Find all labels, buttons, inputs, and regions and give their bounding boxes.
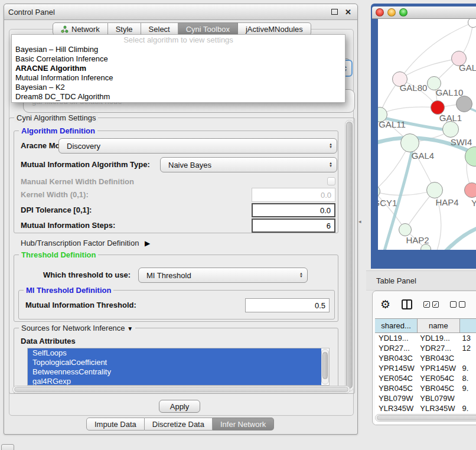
- tab-label: Infer Network: [220, 418, 266, 431]
- node-label-hap4: HAP4: [435, 197, 458, 207]
- window-title: Control Panel: [4, 8, 331, 17]
- aracne-mode-combo[interactable]: Discovery ▲▼: [58, 138, 337, 154]
- table-rows: YDL19...YDL19...13YDR27...YDR27...12YBR0…: [375, 333, 476, 423]
- node-label-gal80: GAL80: [400, 83, 428, 93]
- tab-label: Network: [71, 23, 100, 35]
- tab-label: Impute Data: [94, 418, 136, 431]
- gear-icon[interactable]: ⚙: [380, 298, 390, 311]
- splitter-collapse-icon[interactable]: ◂: [358, 219, 361, 224]
- algorithm-option-bayesian-k2[interactable]: Bayesian – K2: [12, 83, 345, 92]
- tab-select[interactable]: Select: [141, 22, 178, 35]
- deselect-all-rows-icon[interactable]: [450, 301, 465, 308]
- network-node[interactable]: [400, 133, 419, 152]
- mi-threshold-label: Mutual Information Threshold:: [25, 298, 136, 312]
- algorithm-option-aracne-algorithm[interactable]: ARACNE Algorithm: [12, 64, 345, 73]
- network-canvas[interactable]: GALGAL80GAL10GAL1GAL11GAL4SWI4GCY1HAP4YH…: [378, 19, 476, 250]
- network-view-window[interactable]: GALGAL80GAL10GAL1GAL11GAL4SWI4GCY1HAP4YH…: [371, 4, 476, 269]
- table-row[interactable]: YDL19...YDL19...13: [375, 333, 476, 343]
- attribute-item-betweennesscentrality[interactable]: BetweennessCentrality: [28, 367, 321, 377]
- checked-checkbox-icon: ✓: [423, 301, 430, 308]
- column-header-shared[interactable]: shared...: [375, 319, 418, 332]
- table-row[interactable]: YER054CYER054C8.: [375, 373, 476, 383]
- unchecked-checkbox-icon: [450, 301, 457, 308]
- sources-group-title[interactable]: Sources for Network Inference ▼: [19, 324, 135, 332]
- control-panel-titlebar[interactable]: Control Panel ✕: [4, 4, 357, 20]
- float-window-icon[interactable]: [331, 9, 338, 15]
- tab-discretize-data[interactable]: Discretize Data: [145, 418, 213, 431]
- tab-infer-network[interactable]: Infer Network: [213, 418, 274, 431]
- algorithm-option-dream8-dc-tdc-algorithm[interactable]: Dream8 DC_TDC Algorithm: [12, 92, 345, 102]
- network-node[interactable]: [468, 19, 476, 28]
- tab-network[interactable]: Network: [53, 22, 108, 35]
- select-all-rows-icon[interactable]: ✓ ✓: [423, 301, 439, 308]
- table-hscrollbar[interactable]: [375, 414, 476, 422]
- attribute-item-gal4rgexp[interactable]: gal4RGexp: [28, 377, 321, 386]
- network-window-titlebar[interactable]: [372, 6, 476, 19]
- table-cell: 9.: [460, 384, 476, 393]
- close-traffic-light-icon[interactable]: [376, 8, 384, 17]
- apply-button-label: Apply: [170, 402, 190, 411]
- column-header-name[interactable]: name: [418, 319, 459, 332]
- close-window-icon[interactable]: ✕: [345, 8, 351, 17]
- column-header-col2[interactable]: [460, 319, 476, 332]
- table-row[interactable]: YLR345WYLR345W9.: [375, 403, 476, 413]
- algorithm-popup-placeholder: Select algorithm to view settings: [12, 35, 345, 45]
- table-row[interactable]: YBR045CYBR045C9.: [375, 383, 476, 393]
- split-columns-icon[interactable]: [402, 299, 412, 309]
- kernel-width-field[interactable]: 0.0: [252, 188, 335, 202]
- table-row[interactable]: YBR043CYBR043C: [375, 353, 476, 363]
- manual-kernel-checkbox[interactable]: [327, 177, 335, 185]
- settings-scrollbar-thumb[interactable]: [346, 122, 353, 389]
- zoom-traffic-light-icon[interactable]: [399, 8, 407, 17]
- node-label-gal10: GAL10: [436, 87, 464, 97]
- network-node[interactable]: [426, 182, 443, 198]
- settings-hscrollbar[interactable]: [12, 386, 350, 393]
- table-hscrollbar-thumb[interactable]: [377, 415, 476, 420]
- combo-arrows-icon: ▲▼: [325, 143, 337, 149]
- table-cell: YPR145W: [418, 364, 459, 373]
- tab-label: Discretize Data: [152, 418, 204, 431]
- attributes-list-scrollbar[interactable]: [321, 349, 329, 384]
- network-node[interactable]: [456, 96, 472, 112]
- minimize-traffic-light-icon[interactable]: [387, 8, 396, 17]
- table-row[interactable]: YDR27...YDR27...12: [375, 343, 476, 353]
- tab-label: Cyni Toolbox: [186, 23, 230, 35]
- mi-threshold-field[interactable]: 0.5: [245, 298, 330, 312]
- apply-button[interactable]: Apply: [159, 400, 200, 413]
- attribute-item-topologicalcoefficient[interactable]: TopologicalCoefficient: [28, 358, 321, 367]
- settings-hscrollbar-thumb[interactable]: [14, 387, 348, 392]
- tab-cyni-toolbox[interactable]: Cyni Toolbox: [178, 22, 238, 35]
- data-attributes-list[interactable]: SelfLoopsTopologicalCoefficientBetweenne…: [27, 348, 330, 386]
- attribute-item-selfloops[interactable]: SelfLoops: [28, 348, 321, 358]
- table-row[interactable]: YBL079WYBL079W: [375, 393, 476, 403]
- table-cell: YBR045C: [418, 384, 459, 393]
- mi-steps-field[interactable]: 6: [252, 219, 335, 233]
- checked-checkbox-icon: ✓: [432, 301, 439, 308]
- tab-style[interactable]: Style: [108, 22, 141, 35]
- table-cell: YDR27...: [418, 344, 459, 353]
- algorithm-option-bayesian-hill-climbing[interactable]: Bayesian – Hill Climbing: [12, 45, 345, 54]
- settings-scrollbar[interactable]: [345, 120, 354, 392]
- algorithm-definition-title: Algorithm Definition: [19, 126, 97, 135]
- attributes-list-scrollbar-thumb[interactable]: [322, 352, 328, 379]
- mi-type-label: Mutual Information Algorithm Type:: [21, 157, 150, 172]
- collapse-down-icon: ▼: [127, 325, 133, 332]
- dpi-tolerance-field[interactable]: 0.0: [252, 203, 335, 217]
- aracne-mode-value: Discovery: [59, 142, 325, 151]
- tab-impute-data[interactable]: Impute Data: [86, 418, 145, 431]
- which-threshold-combo[interactable]: MI Threshold ▲▼: [138, 268, 308, 283]
- algorithm-option-basic-correlation-inference[interactable]: Basic Correlation Inference: [12, 54, 345, 64]
- table-cell: 9.: [460, 404, 476, 413]
- table-cell: YBL079W: [418, 394, 459, 403]
- network-node[interactable]: [442, 121, 459, 138]
- table-cell: YBR043C: [418, 354, 459, 363]
- threshold-definition-title: Threshold Definition: [19, 250, 98, 259]
- hub-definition-expander[interactable]: Hub/Transcription Factor Definition ▶: [21, 237, 150, 249]
- panel-grip-button[interactable]: [1, 444, 14, 450]
- table-row[interactable]: YPR145WYPR145W9.: [375, 363, 476, 373]
- tab-jactivemnodules[interactable]: jActiveMNodules: [238, 22, 311, 35]
- table-cell: YBL079W: [375, 394, 418, 403]
- algorithm-option-mutual-information-inference[interactable]: Mutual Information Inference: [12, 73, 345, 83]
- network-node[interactable]: [464, 182, 476, 198]
- mi-type-combo[interactable]: Naive Bayes ▲▼: [160, 157, 337, 172]
